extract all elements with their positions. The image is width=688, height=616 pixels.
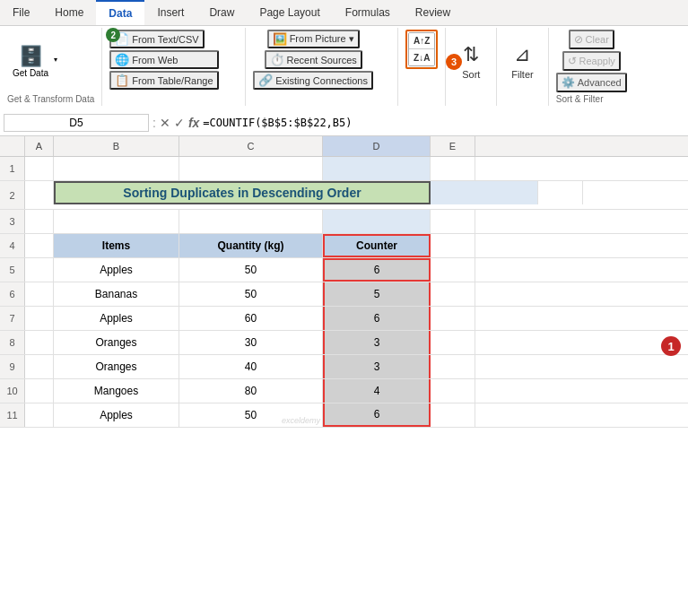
cell-a6[interactable] [25, 282, 54, 306]
cell-d2[interactable] [431, 181, 538, 204]
table-row: 8 Oranges 30 3 [0, 331, 688, 355]
tab-formulas[interactable]: Formulas [333, 0, 403, 25]
cell-d9[interactable]: 3 [323, 355, 431, 378]
cell-b4-header[interactable]: Items [54, 234, 179, 257]
cell-e10[interactable] [431, 379, 475, 403]
cell-b3[interactable] [54, 210, 179, 233]
items-11: Apples [100, 409, 133, 421]
cell-c1[interactable] [179, 157, 323, 180]
spreadsheet-title: Sorting Duplicates in Descending Order [123, 186, 361, 200]
reapply-button: ↺ Reapply [562, 51, 621, 71]
cell-a1[interactable] [25, 157, 54, 180]
cell-e4[interactable] [431, 234, 475, 257]
from-web-button[interactable]: 🌐 From Web [109, 50, 218, 69]
cell-d4-header[interactable]: Counter [323, 234, 431, 257]
tab-draw[interactable]: Draw [196, 0, 247, 25]
existing-connections-button[interactable]: 🔗 Existing Connections [253, 71, 373, 90]
cell-d11[interactable]: 6 [323, 403, 431, 427]
reapply-icon: ↺ [568, 55, 577, 67]
cell-b10[interactable]: Mangoes [54, 379, 179, 403]
grid: 1 2 Sorting Duplicates in Descending Ord… [0, 157, 688, 428]
sort-az-button[interactable]: A↑Z [409, 33, 434, 49]
cell-a11[interactable] [25, 403, 54, 427]
cell-c3[interactable] [179, 210, 323, 233]
cell-e5[interactable] [431, 258, 475, 282]
cell-c4-header[interactable]: Quantity (kg) [179, 234, 323, 257]
web-icon: 🌐 [115, 53, 129, 66]
cell-d1[interactable] [323, 157, 431, 180]
from-text-csv-button[interactable]: 📄 From Text/CSV [109, 30, 204, 48]
row-num-6: 6 [0, 282, 25, 306]
tab-data[interactable]: Data [96, 0, 144, 25]
sort-za-button[interactable]: Z↓A [409, 49, 434, 65]
cell-c7[interactable]: 60 [179, 307, 323, 330]
cell-e3[interactable] [431, 210, 475, 233]
get-transform-label: Get & Transform Data [7, 94, 94, 104]
cell-a8[interactable] [25, 331, 54, 354]
items-8: Oranges [95, 336, 136, 349]
tab-insert[interactable]: Insert [144, 0, 196, 25]
get-data-button[interactable]: 🗄️ Get Data [7, 41, 54, 82]
cell-a3[interactable] [25, 210, 54, 233]
get-data-content: 🗄️ Get Data ▾ [7, 30, 57, 92]
cell-b5[interactable]: Apples [54, 258, 179, 282]
cell-d5[interactable]: 6 [323, 258, 431, 282]
formula-confirm-icon[interactable]: ✓ [174, 116, 185, 130]
cell-a5[interactable] [25, 258, 54, 282]
cell-a10[interactable] [25, 379, 54, 403]
items-10: Mangoes [94, 385, 138, 397]
cell-b7[interactable]: Apples [54, 307, 179, 330]
from-table-range-button[interactable]: 📋 From Table/Range [109, 71, 218, 90]
formula-fx-icon[interactable]: fx [188, 116, 199, 130]
cell-a2[interactable] [25, 181, 54, 204]
cell-a9[interactable] [25, 355, 54, 378]
cell-b1[interactable] [54, 157, 179, 180]
sort-label: Sort [462, 69, 480, 80]
cell-e11[interactable] [431, 403, 475, 427]
cell-d7[interactable]: 6 [323, 307, 431, 330]
cell-c8[interactable]: 30 [179, 331, 323, 354]
cell-c6[interactable]: 50 [179, 282, 323, 306]
formula-cancel-icon[interactable]: ✕ [160, 116, 170, 130]
filter-icon: ⊿ [514, 43, 530, 66]
tab-file[interactable]: File [0, 0, 42, 25]
cell-b11[interactable]: Apples [54, 403, 179, 427]
recent-icon: ⏱️ [270, 53, 284, 66]
cell-d10[interactable]: 4 [323, 379, 431, 403]
cell-e8[interactable] [431, 331, 475, 354]
sort-az-group-label [421, 94, 423, 104]
cell-d6[interactable]: 5 [323, 282, 431, 306]
recent-sources-button[interactable]: ⏱️ Recent Sources [265, 50, 362, 69]
cell-e2[interactable] [538, 181, 583, 204]
cell-c11[interactable]: 50 exceldemy [179, 403, 323, 427]
cell-e6[interactable] [431, 282, 475, 306]
cell-a7[interactable] [25, 307, 54, 330]
tab-page-layout[interactable]: Page Layout [247, 0, 332, 25]
tab-home[interactable]: Home [42, 0, 96, 25]
advanced-button[interactable]: ⚙️ Advanced [556, 73, 627, 92]
cell-e7[interactable] [431, 307, 475, 330]
cell-b6[interactable]: Bananas [54, 282, 179, 306]
cell-e1[interactable] [431, 157, 475, 180]
cell-c9[interactable]: 40 [179, 355, 323, 378]
tab-review[interactable]: Review [403, 0, 463, 25]
filter-button[interactable]: ⊿ Filter [504, 41, 540, 82]
cell-d3[interactable] [323, 210, 431, 233]
items-6: Bananas [95, 288, 137, 300]
cell-b8[interactable]: Oranges [54, 331, 179, 354]
sort-az-group: A↑Z Z↓A [398, 28, 446, 106]
step-badge-3: 3 [446, 54, 462, 70]
cell-reference[interactable] [4, 114, 149, 132]
cell-a4[interactable] [25, 234, 54, 257]
cell-e9[interactable] [431, 355, 475, 378]
cell-b9[interactable]: Oranges [54, 355, 179, 378]
from-data-group-label [109, 94, 112, 104]
cell-d8[interactable]: 3 [323, 331, 431, 354]
title-cell[interactable]: Sorting Duplicates in Descending Order [54, 181, 431, 204]
cell-c10[interactable]: 80 [179, 379, 323, 403]
sort-filter-extras-content: ⊘ Clear ↺ Reapply ⚙️ Advanced [556, 30, 627, 92]
row-num-3: 3 [0, 210, 25, 233]
from-picture-button[interactable]: 🖼️ From Picture ▾ [267, 30, 360, 48]
cell-c5[interactable]: 50 [179, 258, 323, 282]
table-row: 1 [0, 157, 688, 181]
